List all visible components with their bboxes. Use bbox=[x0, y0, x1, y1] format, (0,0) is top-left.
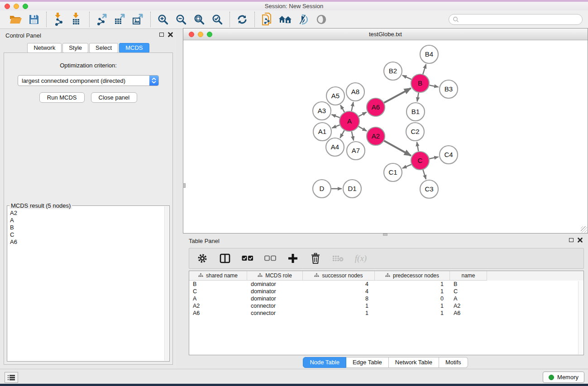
table-cell[interactable]: connector bbox=[247, 302, 303, 310]
edge-B-B4[interactable] bbox=[423, 64, 426, 74]
open-session-icon[interactable] bbox=[9, 13, 23, 26]
edge-C-C3[interactable] bbox=[423, 170, 426, 179]
node-A1[interactable]: A1 bbox=[313, 123, 331, 141]
table-cell[interactable]: 8 bbox=[303, 295, 375, 302]
column-header-predecessor-nodes[interactable]: predecessor nodes bbox=[375, 271, 450, 281]
table-cell[interactable]: 4 bbox=[303, 288, 375, 295]
edge-A-A4[interactable] bbox=[340, 130, 344, 138]
import-network-icon[interactable] bbox=[52, 13, 66, 26]
search-input[interactable] bbox=[449, 14, 583, 25]
column-header-successor-nodes[interactable]: successor nodes bbox=[303, 271, 375, 281]
resize-grip[interactable] bbox=[581, 226, 587, 233]
node-B[interactable]: B bbox=[411, 74, 429, 92]
tab-node-table[interactable]: Node Table bbox=[303, 357, 346, 368]
unselect-all-columns-icon[interactable] bbox=[264, 253, 276, 264]
result-item[interactable]: A bbox=[10, 217, 167, 224]
node-A5[interactable]: A5 bbox=[326, 87, 344, 105]
edge-A2-C[interactable] bbox=[384, 141, 411, 156]
edge-C-C1[interactable] bbox=[402, 164, 411, 168]
table-cell[interactable]: A bbox=[450, 295, 487, 302]
edge-A-A3[interactable] bbox=[332, 114, 340, 118]
settings-icon[interactable] bbox=[196, 253, 208, 264]
table-row[interactable]: A2connector11A2 bbox=[189, 302, 583, 310]
edge-B-B2[interactable] bbox=[402, 75, 411, 79]
edge-B-B1[interactable] bbox=[417, 93, 419, 102]
node-A3[interactable]: A3 bbox=[313, 102, 331, 120]
show-columns-icon[interactable] bbox=[219, 253, 231, 264]
edge-A-A7[interactable] bbox=[352, 132, 354, 141]
table-cell[interactable]: 1 bbox=[303, 302, 375, 310]
zoom-selected-icon[interactable] bbox=[210, 13, 224, 26]
table-scrollbar[interactable] bbox=[578, 281, 583, 354]
node-D[interactable]: D bbox=[313, 180, 331, 198]
home-icon[interactable] bbox=[278, 13, 292, 26]
result-item[interactable]: A2 bbox=[10, 210, 167, 217]
export-network-icon[interactable] bbox=[95, 13, 109, 26]
node-A8[interactable]: A8 bbox=[346, 83, 364, 101]
edge-B-B3[interactable] bbox=[430, 85, 439, 87]
tab-network[interactable]: Network bbox=[27, 43, 62, 53]
delete-columns-icon[interactable] bbox=[310, 253, 321, 264]
edge-A-A1[interactable] bbox=[332, 125, 340, 128]
zoom-out-icon[interactable] bbox=[174, 13, 188, 26]
network-canvas[interactable]: B4B2BB3A8A5A6A3B1AA1C2A2A4A7C4CC1C3DD1 bbox=[183, 40, 588, 233]
mcds-result-list[interactable]: A2ABCA6 bbox=[7, 206, 169, 246]
table-cell[interactable]: A6 bbox=[189, 310, 247, 317]
table-cell[interactable]: A6 bbox=[450, 310, 487, 317]
table-cell[interactable]: 1 bbox=[303, 310, 375, 317]
node-A6[interactable]: A6 bbox=[367, 98, 385, 116]
node-table[interactable]: shared nameMCDS rolesuccessor nodesprede… bbox=[189, 271, 584, 355]
node-C[interactable]: C bbox=[411, 152, 429, 170]
edge-A-A2[interactable] bbox=[359, 126, 367, 131]
task-history-button[interactable] bbox=[5, 372, 18, 383]
birds-eye-icon[interactable] bbox=[315, 13, 328, 26]
table-close-panel-icon[interactable] bbox=[578, 238, 583, 243]
float-panel-icon[interactable] bbox=[159, 33, 164, 37]
table-cell[interactable]: 0 bbox=[375, 295, 450, 302]
table-cell[interactable]: A bbox=[189, 295, 247, 302]
result-item[interactable]: C bbox=[10, 231, 167, 238]
node-C4[interactable]: C4 bbox=[440, 146, 458, 164]
table-cell[interactable]: connector bbox=[247, 310, 303, 317]
result-item[interactable]: A6 bbox=[10, 238, 167, 246]
table-float-panel-icon[interactable] bbox=[569, 238, 574, 242]
edge-A-A6[interactable] bbox=[359, 112, 366, 116]
refresh-icon[interactable] bbox=[235, 13, 249, 26]
node-B3[interactable]: B3 bbox=[440, 80, 458, 98]
table-cell[interactable]: 1 bbox=[375, 310, 450, 317]
add-column-icon[interactable] bbox=[287, 253, 299, 264]
run-mcds-button[interactable]: Run MCDS bbox=[39, 92, 85, 103]
zoom-fit-icon[interactable] bbox=[192, 13, 206, 26]
network-from-file-icon[interactable] bbox=[260, 13, 274, 26]
memory-button[interactable]: Memory bbox=[543, 372, 584, 383]
edge-A-A8[interactable] bbox=[352, 102, 354, 111]
node-A2[interactable]: A2 bbox=[367, 127, 385, 145]
node-A7[interactable]: A7 bbox=[347, 142, 365, 160]
table-cell[interactable]: C bbox=[189, 288, 247, 295]
table-row[interactable]: Cdominator41C bbox=[189, 288, 583, 295]
column-header-shared-name[interactable]: shared name bbox=[189, 271, 247, 281]
save-session-icon[interactable] bbox=[27, 13, 41, 26]
node-A4[interactable]: A4 bbox=[326, 138, 344, 156]
table-cell[interactable]: C bbox=[450, 288, 487, 295]
node-D1[interactable]: D1 bbox=[343, 180, 361, 198]
table-cell[interactable]: dominator bbox=[247, 281, 303, 288]
edge-A-A5[interactable] bbox=[340, 105, 344, 112]
node-A[interactable]: A bbox=[339, 111, 359, 131]
table-cell[interactable]: 1 bbox=[375, 281, 450, 288]
tab-style[interactable]: Style bbox=[62, 43, 88, 53]
splitter-handle-left[interactable] bbox=[183, 183, 186, 188]
column-header-MCDS-role[interactable]: MCDS role bbox=[247, 271, 303, 281]
window-titlebar[interactable]: Session: New Session bbox=[0, 2, 588, 10]
criterion-select[interactable]: largest connected component (directed) bbox=[18, 75, 159, 86]
table-cell[interactable]: 1 bbox=[375, 288, 450, 295]
table-cell[interactable]: dominator bbox=[247, 288, 303, 295]
node-B1[interactable]: B1 bbox=[406, 103, 425, 121]
tab-motifs[interactable]: Motifs bbox=[439, 357, 468, 368]
table-cell[interactable]: 1 bbox=[375, 302, 450, 310]
tab-edge-table[interactable]: Edge Table bbox=[346, 357, 389, 368]
close-panel-icon[interactable] bbox=[168, 32, 173, 37]
table-cell[interactable]: 4 bbox=[303, 281, 375, 288]
node-C2[interactable]: C2 bbox=[406, 123, 424, 141]
export-image-icon[interactable] bbox=[131, 13, 145, 26]
